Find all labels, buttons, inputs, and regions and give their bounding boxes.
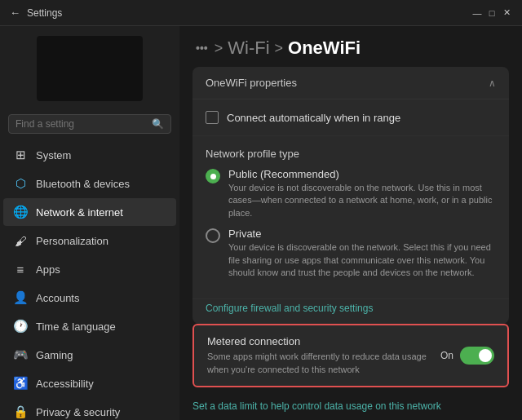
title-bar: ← Settings — □ ✕ (0, 0, 522, 26)
connect-auto-row: Connect automatically when in range (206, 111, 496, 124)
sidebar-item-label: Apps (36, 263, 60, 276)
accounts-icon: 👤 (13, 290, 28, 305)
breadcrumb-sep2: > (275, 40, 284, 57)
panel-header: OneWiFi properties ∧ (192, 67, 509, 99)
connect-auto-checkbox[interactable] (206, 111, 219, 124)
content-area: ••• > Wi-Fi > OneWiFi OneWiFi properties… (179, 26, 522, 420)
sidebar-item-label: Accounts (36, 292, 79, 304)
sidebar-item-label: System (36, 149, 71, 161)
search-input[interactable] (15, 118, 152, 130)
connect-auto-section: Connect automatically when in range (192, 99, 509, 136)
title-bar-left: ← Settings (10, 7, 62, 19)
nav-list: ⊞ System ⬡ Bluetooth & devices 🌐 Network… (0, 140, 179, 420)
close-button[interactable]: ✕ (501, 7, 512, 19)
network-profile-label: Network profile type (206, 148, 496, 160)
user-avatar (37, 36, 143, 101)
radio-public-desc: Your device is not discoverable on the n… (228, 182, 496, 219)
collapse-icon[interactable]: ∧ (489, 77, 496, 89)
breadcrumb-sep1: > (215, 40, 223, 57)
title-bar-title: Settings (27, 7, 62, 19)
metered-toggle-row: On (440, 347, 494, 365)
panel-title: OneWiFi properties (206, 77, 297, 89)
maximize-button[interactable]: □ (486, 7, 498, 19)
sidebar-item-label: Personalization (36, 235, 108, 247)
sidebar-item-gaming[interactable]: 🎮 Gaming (3, 341, 176, 369)
title-bar-controls: — □ ✕ (471, 7, 512, 19)
firewall-link[interactable]: Configure firewall and security settings (192, 299, 509, 324)
sidebar-item-time[interactable]: 🕐 Time & language (3, 312, 176, 340)
search-icon: 🔍 (152, 118, 164, 130)
sidebar-item-bluetooth[interactable]: ⬡ Bluetooth & devices (3, 170, 176, 197)
gaming-icon: 🎮 (13, 347, 28, 362)
sidebar-item-accounts[interactable]: 👤 Accounts (3, 284, 176, 312)
breadcrumb-onewifi: OneWiFi (288, 38, 361, 59)
sidebar-item-system[interactable]: ⊞ System (3, 141, 176, 169)
time-icon: 🕐 (13, 319, 28, 334)
apps-icon: ≡ (13, 262, 28, 276)
toggle-label: On (440, 350, 453, 361)
radio-private[interactable]: Private Your device is discoverable on t… (206, 228, 496, 279)
breadcrumb-wifi[interactable]: Wi-Fi (228, 38, 269, 59)
radio-public-circle[interactable] (206, 169, 220, 183)
radio-private-label: Private (228, 228, 496, 240)
breadcrumb: ••• > Wi-Fi > OneWiFi (179, 26, 522, 67)
radio-public-label: Public (Recommended) (228, 168, 496, 180)
metered-title: Metered connection (207, 335, 440, 347)
network-profile-section: Network profile type Public (Recommended… (192, 136, 509, 299)
app-container: 🔍 ⊞ System ⬡ Bluetooth & devices 🌐 Netwo… (0, 26, 522, 420)
sidebar-item-accessibility[interactable]: ♿ Accessibility (3, 369, 176, 397)
sidebar-item-label: Time & language (36, 321, 116, 333)
sidebar-item-apps[interactable]: ≡ Apps (3, 255, 176, 283)
radio-public-content: Public (Recommended) Your device is not … (228, 168, 496, 219)
bluetooth-icon: ⬡ (13, 176, 28, 191)
metered-text: Metered connection Some apps might work … (207, 335, 440, 376)
search-box[interactable]: 🔍 (8, 114, 171, 134)
sidebar-item-privacy[interactable]: 🔒 Privacy & security (3, 398, 176, 420)
sidebar: 🔍 ⊞ System ⬡ Bluetooth & devices 🌐 Netwo… (0, 26, 179, 420)
radio-private-content: Private Your device is discoverable on t… (228, 228, 496, 279)
metered-section: Metered connection Some apps might work … (192, 324, 509, 387)
sidebar-item-label: Accessibility (36, 378, 94, 390)
personalization-icon: 🖌 (13, 233, 28, 248)
sidebar-item-network[interactable]: 🌐 Network & internet (3, 198, 176, 226)
radio-private-desc: Your device is discoverable on the netwo… (228, 241, 496, 279)
sidebar-item-label: Network & internet (36, 206, 123, 219)
sidebar-item-label: Privacy & security (36, 406, 120, 418)
sidebar-item-personalization[interactable]: 🖌 Personalization (3, 227, 176, 254)
metered-desc: Some apps might work differently to redu… (207, 351, 440, 376)
data-limit-link[interactable]: Set a data limit to help control data us… (179, 396, 522, 420)
minimize-button[interactable]: — (471, 7, 483, 19)
sidebar-item-label: Bluetooth & devices (36, 178, 130, 190)
radio-public[interactable]: Public (Recommended) Your device is not … (206, 168, 496, 219)
properties-panel: OneWiFi properties ∧ Connect automatical… (192, 67, 509, 324)
sidebar-item-label: Gaming (36, 349, 73, 361)
metered-toggle[interactable] (460, 347, 494, 365)
network-icon: 🌐 (13, 205, 28, 219)
back-icon[interactable]: ← (10, 7, 20, 19)
radio-private-circle[interactable] (206, 228, 220, 243)
system-icon: ⊞ (13, 148, 28, 162)
connect-auto-label: Connect automatically when in range (227, 112, 400, 124)
privacy-icon: 🔒 (13, 405, 28, 419)
breadcrumb-dots[interactable]: ••• (196, 42, 208, 55)
accessibility-icon: ♿ (13, 376, 28, 391)
